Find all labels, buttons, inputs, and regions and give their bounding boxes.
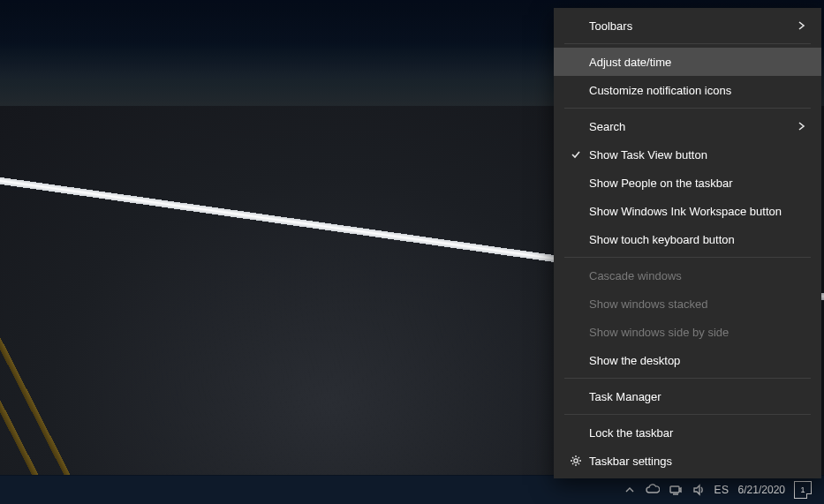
system-tray: ES 6/21/2020 1 [616,476,824,504]
menu-item-show-the-desktop[interactable]: Show the desktop [554,346,821,374]
svg-rect-0 [670,486,679,493]
menu-item-show-ink-workspace-button[interactable]: Show Windows Ink Workspace button [554,197,821,225]
menu-item-label: Search [589,120,793,133]
menu-item-show-windows-side-by-side: Show windows side by side [554,318,821,346]
menu-item-label: Adjust date/time [589,56,793,69]
menu-item-label: Taskbar settings [589,455,793,468]
menu-item-label: Show windows side by side [589,326,793,339]
action-center-icon[interactable]: 1 [794,481,812,499]
menu-item-task-manager[interactable]: Task Manager [554,382,821,410]
menu-item-adjust-date-time[interactable]: Adjust date/time [554,48,821,76]
menu-separator [564,257,811,258]
menu-item-lock-the-taskbar[interactable]: Lock the taskbar [554,418,821,447]
menu-item-customize-notification-icons[interactable]: Customize notification icons [554,76,821,104]
menu-item-show-task-view-button[interactable]: Show Task View button [554,140,821,169]
taskbar-context-menu: Toolbars Adjust date/time Customize noti… [554,8,821,478]
menu-item-search[interactable]: Search [554,112,821,140]
menu-item-label: Cascade windows [589,269,793,282]
menu-item-label: Show Task View button [589,148,793,162]
menu-item-taskbar-settings[interactable]: Taskbar settings [554,447,821,475]
action-center-notch-icon [806,493,812,499]
menu-separator [564,414,811,415]
menu-item-label: Show the desktop [589,354,793,367]
menu-item-show-people-on-taskbar[interactable]: Show People on the taskbar [554,169,821,197]
menu-separator [564,43,811,44]
language-indicator[interactable]: ES [714,484,730,496]
onedrive-icon[interactable] [646,483,660,497]
menu-item-show-windows-stacked: Show windows stacked [554,290,821,318]
volume-icon[interactable] [692,483,706,497]
chevron-right-icon [793,19,809,32]
menu-item-label: Show Windows Ink Workspace button [589,205,793,218]
menu-item-cascade-windows: Cascade windows [554,261,821,290]
menu-separator [564,108,811,109]
menu-item-label: Task Manager [589,390,793,403]
menu-item-label: Show People on the taskbar [589,177,793,190]
check-icon [566,148,586,161]
svg-point-1 [574,459,578,463]
gear-icon [566,455,586,467]
menu-separator [564,378,811,379]
menu-item-show-touch-keyboard-button[interactable]: Show touch keyboard button [554,225,821,253]
tray-overflow-icon[interactable] [623,483,637,497]
taskbar-date[interactable]: 6/21/2020 [738,484,785,496]
taskbar[interactable]: ES 6/21/2020 1 [0,475,824,504]
menu-item-label: Toolbars [589,19,793,33]
menu-item-label: Show touch keyboard button [589,233,793,246]
network-icon[interactable] [669,483,683,497]
menu-item-toolbars[interactable]: Toolbars [554,11,821,40]
menu-item-label: Show windows stacked [589,297,793,311]
action-center-count: 1 [800,485,805,494]
menu-item-label: Lock the taskbar [589,426,793,440]
chevron-right-icon [793,120,809,132]
menu-item-label: Customize notification icons [589,84,793,97]
